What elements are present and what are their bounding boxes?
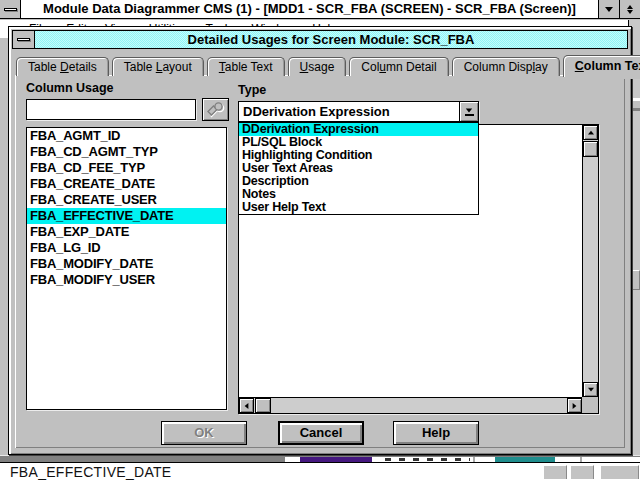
restore-button[interactable]: [619, 0, 640, 18]
list-item[interactable]: FBA_CD_FEE_TYP: [27, 160, 226, 176]
background-window-sliver: [0, 455, 640, 462]
type-label: Type: [238, 83, 266, 97]
scroll-down-button[interactable]: [583, 382, 598, 397]
search-button[interactable]: [202, 98, 229, 121]
scroll-left-icon: [245, 403, 249, 409]
minimize-icon: [605, 7, 613, 12]
type-combobox-value: DDerivation Expression: [239, 102, 459, 121]
system-menu-icon: [17, 38, 30, 41]
tab-column-detail[interactable]: Column Detail: [349, 57, 448, 76]
minimize-button[interactable]: [598, 0, 619, 18]
scroll-left-button[interactable]: [239, 398, 254, 413]
statusbar-panel: [570, 465, 594, 479]
scroll-down-icon: [588, 388, 594, 392]
help-button[interactable]: Help: [393, 421, 479, 445]
search-flashlight-icon: [206, 102, 226, 118]
column-usage-label: Column Usage: [26, 81, 114, 95]
column-usage-filter-input[interactable]: [26, 99, 196, 120]
restore-up-icon: [627, 5, 633, 9]
list-item[interactable]: FBA_MODIFY_DATE: [27, 256, 226, 272]
scroll-up-icon: [588, 131, 594, 135]
restore-down-icon: [627, 10, 633, 14]
statusbar-panel: [600, 465, 639, 479]
dialog-title: Detailed Usages for Screen Module: SCR_F…: [35, 31, 627, 48]
tab-table-layout[interactable]: Table Layout: [112, 57, 204, 76]
tab-column-display[interactable]: Column Display: [452, 57, 560, 76]
type-combobox-dropdown-button[interactable]: [459, 102, 478, 121]
combo-dropdown-icon: [466, 108, 472, 112]
combo-dropdown-bar-icon: [465, 114, 474, 116]
app-title: Module Data Diagrammer CMS (1) - [MDD1 -…: [21, 0, 598, 18]
tab-bar: Table DetailsTable LayoutTable TextUsage…: [16, 54, 624, 76]
scroll-up-button[interactable]: [583, 125, 598, 140]
tab-table-text[interactable]: Table Text: [207, 57, 285, 76]
text-horizontal-scrollbar[interactable]: [239, 397, 582, 413]
list-item[interactable]: FBA_CREATE_DATE: [27, 176, 226, 192]
detailed-usages-dialog: Detailed Usages for Screen Module: SCR_F…: [8, 26, 632, 455]
column-usage-list[interactable]: FBA_AGMT_IDFBA_CD_AGMT_TYPFBA_CD_FEE_TYP…: [26, 127, 227, 410]
app-titlebar: Module Data Diagrammer CMS (1) - [MDD1 -…: [0, 0, 640, 19]
list-item[interactable]: FBA_EFFECTIVE_DATE: [27, 208, 226, 224]
list-item[interactable]: FBA_AGMT_ID: [27, 128, 226, 144]
tab-usage[interactable]: Usage: [288, 57, 347, 76]
tab-table-details[interactable]: Table Details: [16, 57, 109, 76]
list-item[interactable]: FBA_CD_AGMT_TYP: [27, 144, 226, 160]
list-item[interactable]: FBA_LG_ID: [27, 240, 226, 256]
scroll-right-icon: [573, 403, 577, 409]
list-item[interactable]: FBA_CREATE_USER: [27, 192, 226, 208]
text-vertical-scrollbar[interactable]: [582, 125, 598, 397]
vertical-scrollbar-thumb[interactable]: [583, 141, 598, 157]
background-text-marks: [385, 458, 470, 461]
statusbar-panel: [543, 465, 567, 479]
scroll-right-button[interactable]: [567, 398, 582, 413]
type-dropdown-list[interactable]: DDerivation ExpressionPL/SQL BlockHighli…: [238, 122, 479, 215]
status-text: FBA_EFFECTIVE_DATE: [10, 464, 172, 480]
list-item[interactable]: FBA_MODIFY_USER: [27, 272, 226, 288]
dialog-titlebar: Detailed Usages for Screen Module: SCR_F…: [12, 30, 628, 49]
list-item[interactable]: FBA_EXP_DATE: [27, 224, 226, 240]
app-system-menu-button[interactable]: [0, 0, 21, 18]
system-menu-icon: [4, 8, 17, 11]
type-combobox[interactable]: DDerivation Expression: [238, 101, 479, 122]
cancel-button[interactable]: Cancel: [278, 421, 364, 445]
status-bar: FBA_EFFECTIVE_DATE: [0, 462, 640, 480]
tab-panel: Column Usage FBA_AGMT_IDFBA_CD_AGMT_TYPF…: [15, 75, 625, 448]
dropdown-option[interactable]: User Help Text: [239, 201, 478, 214]
tab-column-text[interactable]: Column Text: [563, 55, 640, 77]
screen: Module Data Diagrammer CMS (1) - [MDD1 -…: [0, 0, 640, 480]
ok-button[interactable]: OK: [161, 421, 247, 445]
scrollbar-corner: [582, 397, 598, 413]
dialog-system-menu-button[interactable]: [13, 31, 35, 48]
horizontal-scrollbar-thumb[interactable]: [255, 398, 271, 413]
